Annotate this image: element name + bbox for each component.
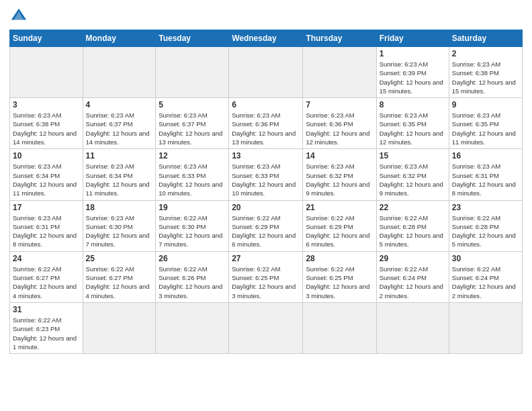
day-info: Sunrise: 6:23 AM Sunset: 6:39 PM Dayligh…	[380, 60, 446, 95]
calendar-week-row: 1Sunrise: 6:23 AM Sunset: 6:39 PM Daylig…	[10, 47, 523, 98]
calendar-day-cell	[156, 302, 229, 353]
day-number: 14	[306, 151, 373, 161]
calendar-day-cell: 22Sunrise: 6:22 AM Sunset: 6:28 PM Dayli…	[376, 200, 449, 251]
day-number: 15	[380, 151, 446, 161]
day-number: 12	[159, 151, 226, 161]
day-number: 5	[159, 100, 226, 109]
calendar-day-cell	[229, 47, 303, 98]
day-number: 20	[232, 203, 300, 212]
day-info: Sunrise: 6:23 AM Sunset: 6:37 PM Dayligh…	[159, 111, 226, 146]
day-number: 3	[13, 100, 80, 109]
day-info: Sunrise: 6:23 AM Sunset: 6:34 PM Dayligh…	[86, 162, 153, 197]
weekday-tuesday: Tuesday	[156, 30, 229, 47]
day-info: Sunrise: 6:22 AM Sunset: 6:24 PM Dayligh…	[452, 265, 519, 300]
calendar-day-cell: 20Sunrise: 6:22 AM Sunset: 6:29 PM Dayli…	[229, 200, 303, 251]
day-info: Sunrise: 6:23 AM Sunset: 6:31 PM Dayligh…	[13, 214, 80, 249]
day-number: 11	[86, 151, 153, 161]
calendar-day-cell	[83, 302, 156, 353]
day-number: 24	[13, 254, 80, 263]
logo-icon	[9, 7, 28, 26]
day-number: 21	[306, 203, 373, 212]
calendar-week-row: 10Sunrise: 6:23 AM Sunset: 6:34 PM Dayli…	[10, 149, 523, 200]
day-info: Sunrise: 6:22 AM Sunset: 6:24 PM Dayligh…	[380, 265, 446, 300]
day-number: 19	[159, 203, 226, 212]
day-number: 8	[380, 100, 446, 109]
calendar-day-cell	[449, 302, 522, 353]
calendar-day-cell	[229, 302, 303, 353]
calendar-day-cell: 25Sunrise: 6:22 AM Sunset: 6:27 PM Dayli…	[83, 251, 156, 302]
day-info: Sunrise: 6:23 AM Sunset: 6:35 PM Dayligh…	[380, 111, 446, 146]
calendar-day-cell: 31Sunrise: 6:22 AM Sunset: 6:23 PM Dayli…	[10, 302, 83, 353]
day-info: Sunrise: 6:23 AM Sunset: 6:32 PM Dayligh…	[380, 162, 446, 197]
day-number: 1	[380, 49, 446, 58]
calendar-day-cell: 3Sunrise: 6:23 AM Sunset: 6:38 PM Daylig…	[10, 98, 83, 149]
day-number: 13	[232, 151, 300, 161]
calendar-day-cell: 28Sunrise: 6:22 AM Sunset: 6:25 PM Dayli…	[303, 251, 376, 302]
page: SundayMondayTuesdayWednesdayThursdayFrid…	[0, 0, 532, 411]
calendar-day-cell	[156, 47, 229, 98]
day-info: Sunrise: 6:22 AM Sunset: 6:29 PM Dayligh…	[232, 214, 300, 249]
day-info: Sunrise: 6:23 AM Sunset: 6:30 PM Dayligh…	[86, 214, 153, 249]
calendar-day-cell: 16Sunrise: 6:23 AM Sunset: 6:31 PM Dayli…	[449, 149, 522, 200]
calendar-day-cell	[83, 47, 156, 98]
calendar-day-cell: 7Sunrise: 6:23 AM Sunset: 6:36 PM Daylig…	[303, 98, 376, 149]
calendar-table: SundayMondayTuesdayWednesdayThursdayFrid…	[9, 30, 523, 354]
day-number: 10	[13, 151, 80, 161]
day-number: 2	[452, 49, 519, 58]
calendar-day-cell: 21Sunrise: 6:22 AM Sunset: 6:29 PM Dayli…	[303, 200, 376, 251]
calendar-day-cell	[10, 47, 83, 98]
calendar-day-cell: 11Sunrise: 6:23 AM Sunset: 6:34 PM Dayli…	[83, 149, 156, 200]
calendar-day-cell: 23Sunrise: 6:22 AM Sunset: 6:28 PM Dayli…	[449, 200, 522, 251]
day-info: Sunrise: 6:22 AM Sunset: 6:25 PM Dayligh…	[306, 265, 373, 300]
calendar-day-cell: 24Sunrise: 6:22 AM Sunset: 6:27 PM Dayli…	[10, 251, 83, 302]
logo-area	[9, 7, 31, 26]
calendar-week-row: 3Sunrise: 6:23 AM Sunset: 6:38 PM Daylig…	[10, 98, 523, 149]
day-info: Sunrise: 6:23 AM Sunset: 6:32 PM Dayligh…	[306, 162, 373, 197]
day-number: 26	[159, 254, 226, 263]
day-info: Sunrise: 6:22 AM Sunset: 6:23 PM Dayligh…	[13, 316, 80, 351]
weekday-header-row: SundayMondayTuesdayWednesdayThursdayFrid…	[10, 30, 523, 47]
calendar-day-cell: 12Sunrise: 6:23 AM Sunset: 6:33 PM Dayli…	[156, 149, 229, 200]
calendar-day-cell: 30Sunrise: 6:22 AM Sunset: 6:24 PM Dayli…	[449, 251, 522, 302]
day-info: Sunrise: 6:22 AM Sunset: 6:27 PM Dayligh…	[13, 265, 80, 300]
day-number: 27	[232, 254, 300, 263]
day-number: 16	[452, 151, 519, 161]
day-info: Sunrise: 6:23 AM Sunset: 6:37 PM Dayligh…	[86, 111, 153, 146]
calendar-day-cell: 19Sunrise: 6:22 AM Sunset: 6:30 PM Dayli…	[156, 200, 229, 251]
day-number: 7	[306, 100, 373, 109]
calendar-day-cell: 18Sunrise: 6:23 AM Sunset: 6:30 PM Dayli…	[83, 200, 156, 251]
weekday-monday: Monday	[83, 30, 156, 47]
day-number: 30	[452, 254, 519, 263]
calendar-day-cell: 6Sunrise: 6:23 AM Sunset: 6:36 PM Daylig…	[229, 98, 303, 149]
calendar-week-row: 24Sunrise: 6:22 AM Sunset: 6:27 PM Dayli…	[10, 251, 523, 302]
day-number: 18	[86, 203, 153, 212]
day-info: Sunrise: 6:22 AM Sunset: 6:26 PM Dayligh…	[159, 265, 226, 300]
calendar-day-cell: 4Sunrise: 6:23 AM Sunset: 6:37 PM Daylig…	[83, 98, 156, 149]
day-info: Sunrise: 6:23 AM Sunset: 6:38 PM Dayligh…	[13, 111, 80, 146]
calendar-day-cell: 26Sunrise: 6:22 AM Sunset: 6:26 PM Dayli…	[156, 251, 229, 302]
weekday-thursday: Thursday	[303, 30, 376, 47]
header	[9, 7, 523, 26]
calendar-day-cell: 29Sunrise: 6:22 AM Sunset: 6:24 PM Dayli…	[376, 251, 449, 302]
day-number: 4	[86, 100, 153, 109]
day-number: 29	[380, 254, 446, 263]
day-info: Sunrise: 6:23 AM Sunset: 6:33 PM Dayligh…	[159, 162, 226, 197]
calendar-week-row: 17Sunrise: 6:23 AM Sunset: 6:31 PM Dayli…	[10, 200, 523, 251]
calendar-day-cell: 27Sunrise: 6:22 AM Sunset: 6:25 PM Dayli…	[229, 251, 303, 302]
day-info: Sunrise: 6:22 AM Sunset: 6:28 PM Dayligh…	[380, 214, 446, 249]
day-info: Sunrise: 6:22 AM Sunset: 6:29 PM Dayligh…	[306, 214, 373, 249]
day-info: Sunrise: 6:23 AM Sunset: 6:35 PM Dayligh…	[452, 111, 519, 146]
calendar-day-cell: 8Sunrise: 6:23 AM Sunset: 6:35 PM Daylig…	[376, 98, 449, 149]
calendar-day-cell: 5Sunrise: 6:23 AM Sunset: 6:37 PM Daylig…	[156, 98, 229, 149]
calendar-day-cell: 1Sunrise: 6:23 AM Sunset: 6:39 PM Daylig…	[376, 47, 449, 98]
calendar-day-cell: 2Sunrise: 6:23 AM Sunset: 6:38 PM Daylig…	[449, 47, 522, 98]
weekday-friday: Friday	[376, 30, 449, 47]
day-number: 23	[452, 203, 519, 212]
day-number: 6	[232, 100, 300, 109]
calendar-day-cell: 13Sunrise: 6:23 AM Sunset: 6:33 PM Dayli…	[229, 149, 303, 200]
day-info: Sunrise: 6:23 AM Sunset: 6:38 PM Dayligh…	[452, 60, 519, 95]
weekday-wednesday: Wednesday	[229, 30, 303, 47]
day-info: Sunrise: 6:22 AM Sunset: 6:28 PM Dayligh…	[452, 214, 519, 249]
day-info: Sunrise: 6:22 AM Sunset: 6:25 PM Dayligh…	[232, 265, 300, 300]
day-info: Sunrise: 6:23 AM Sunset: 6:36 PM Dayligh…	[306, 111, 373, 146]
